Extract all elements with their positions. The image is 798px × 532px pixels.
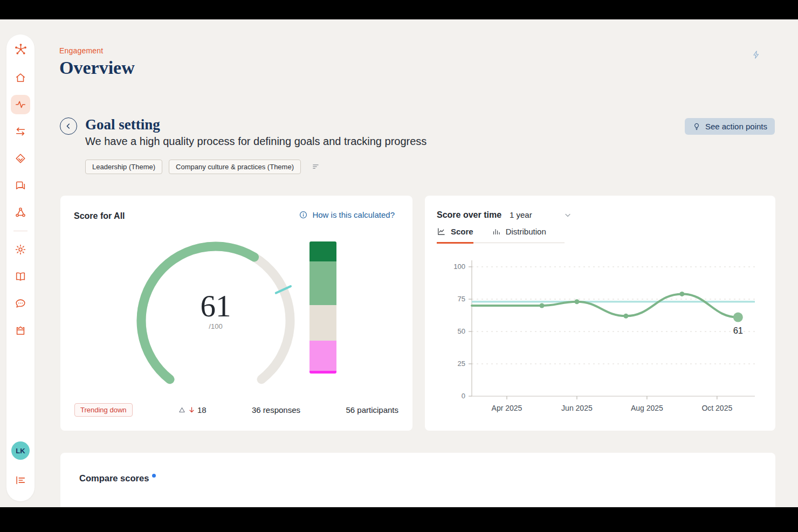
responses-count: 36 responses bbox=[252, 405, 300, 414]
sidebar-item-library[interactable] bbox=[11, 267, 30, 286]
question-title: Goal setting bbox=[85, 116, 160, 133]
score-gauge: 61 /100 bbox=[129, 234, 302, 407]
participants-count: 56 participants bbox=[346, 405, 398, 414]
how-calculated-link[interactable]: How is this calculated? bbox=[299, 210, 395, 219]
tab-score[interactable]: Score bbox=[437, 227, 473, 244]
compare-arrows-icon bbox=[15, 126, 26, 137]
line-chart-icon bbox=[437, 227, 446, 236]
score-line-chart: 0255075100Apr 2025Jun 2025Aug 2025Oct 20… bbox=[441, 256, 765, 423]
menu-list-icon bbox=[15, 474, 26, 486]
trend-delta: 18 bbox=[178, 405, 207, 414]
sidebar-item-premium[interactable] bbox=[11, 321, 30, 340]
svg-text:Apr 2025: Apr 2025 bbox=[492, 404, 522, 412]
notification-dot bbox=[152, 474, 156, 478]
trend-delta-value: 18 bbox=[197, 405, 207, 414]
bar-chart-icon bbox=[492, 227, 501, 236]
pulse-icon bbox=[15, 99, 26, 110]
crown-box-icon bbox=[15, 324, 26, 336]
delta-triangle-icon bbox=[178, 406, 186, 414]
tag-company-culture[interactable]: Company culture & practices (Theme) bbox=[169, 160, 301, 174]
chevron-left-icon bbox=[64, 122, 73, 130]
score-over-time-card: Score over time 1 year Score Distributio… bbox=[425, 196, 775, 431]
distribution-bar bbox=[309, 241, 336, 374]
diamond-theme-icon bbox=[15, 153, 26, 164]
tab-score-label: Score bbox=[451, 227, 473, 236]
distribution-segment-positive bbox=[309, 261, 336, 305]
svg-text:Oct 2025: Oct 2025 bbox=[701, 404, 732, 412]
score-value: 61 bbox=[129, 289, 302, 323]
brand-logo-icon[interactable] bbox=[13, 42, 28, 57]
trend-badge: Trending down bbox=[74, 403, 133, 417]
svg-text:Aug 2025: Aug 2025 bbox=[631, 404, 663, 412]
tab-distribution-label: Distribution bbox=[506, 227, 546, 236]
trend-card-title: Score over time bbox=[437, 210, 501, 220]
sidebar-item-pulse[interactable] bbox=[11, 95, 30, 114]
app-window: LK Engagement Overview Goal setting We h… bbox=[0, 0, 798, 532]
sidebar-item-home[interactable] bbox=[11, 68, 30, 87]
sidebar-divider bbox=[13, 231, 27, 231]
how-calculated-label: How is this calculated? bbox=[312, 210, 395, 219]
tab-distribution[interactable]: Distribution bbox=[492, 227, 546, 244]
sidebar-item-menu[interactable] bbox=[11, 471, 30, 490]
lightbulb-icon bbox=[692, 122, 701, 131]
score-card: Score for All How is this calculated? 61… bbox=[60, 196, 412, 431]
sidebar: LK bbox=[6, 34, 35, 501]
score-card-title: Score for All bbox=[74, 211, 125, 221]
sidebar-item-network[interactable] bbox=[11, 203, 30, 222]
question-subtitle: We have a high quality process for defin… bbox=[85, 135, 426, 148]
svg-text:100: 100 bbox=[453, 262, 465, 271]
book-icon bbox=[15, 271, 26, 282]
sidebar-item-themes[interactable] bbox=[11, 149, 30, 168]
distribution-segment-strongly-negative bbox=[309, 371, 336, 374]
sidebar-item-compare[interactable] bbox=[11, 122, 30, 141]
home-icon bbox=[15, 72, 26, 84]
theme-tags: Leadership (Theme) Company culture & pra… bbox=[85, 160, 321, 174]
svg-text:0: 0 bbox=[462, 392, 465, 400]
chat-dots-icon bbox=[15, 298, 26, 309]
sidebar-item-messages[interactable] bbox=[11, 294, 30, 313]
svg-text:25: 25 bbox=[458, 360, 465, 368]
page-title: Overview bbox=[59, 58, 135, 78]
user-avatar[interactable]: LK bbox=[11, 441, 30, 460]
distribution-segment-negative bbox=[309, 341, 336, 371]
lightning-icon[interactable] bbox=[752, 50, 761, 60]
time-range-select[interactable]: 1 year bbox=[510, 210, 572, 219]
people-network-icon bbox=[15, 206, 26, 218]
letterbox-top bbox=[0, 0, 798, 19]
svg-text:50: 50 bbox=[458, 327, 465, 335]
chevron-down-icon bbox=[563, 211, 572, 219]
time-range-value: 1 year bbox=[510, 210, 532, 219]
compare-scores-label: Compare scores bbox=[79, 473, 149, 483]
info-icon bbox=[299, 210, 308, 219]
distribution-segment-neutral bbox=[309, 305, 336, 341]
letterbox-bottom bbox=[0, 507, 798, 532]
svg-text:75: 75 bbox=[458, 295, 465, 303]
sidebar-item-settings[interactable] bbox=[11, 240, 30, 259]
chat-bubbles-icon bbox=[15, 179, 26, 191]
sort-lines-icon[interactable] bbox=[312, 162, 321, 171]
arrow-down-icon bbox=[188, 406, 196, 414]
trend-tabs: Score Distribution bbox=[437, 227, 565, 243]
score-card-footer: Trending down 18 36 responses 56 partici… bbox=[74, 403, 398, 417]
svg-text:61: 61 bbox=[733, 326, 743, 335]
see-action-points-label: See action points bbox=[705, 122, 767, 131]
distribution-segment-strongly-positive bbox=[309, 241, 336, 261]
breadcrumb-eyebrow: Engagement bbox=[59, 46, 103, 55]
sidebar-item-feedback[interactable] bbox=[11, 176, 30, 195]
svg-text:Jun 2025: Jun 2025 bbox=[561, 404, 593, 412]
gauge-score: 61 /100 bbox=[129, 289, 302, 330]
see-action-points-button[interactable]: See action points bbox=[685, 118, 775, 135]
gear-icon bbox=[15, 244, 26, 255]
tag-leadership[interactable]: Leadership (Theme) bbox=[85, 160, 162, 174]
compare-scores-title: Compare scores bbox=[79, 473, 156, 483]
score-max: /100 bbox=[129, 322, 302, 330]
back-button[interactable] bbox=[60, 118, 77, 135]
